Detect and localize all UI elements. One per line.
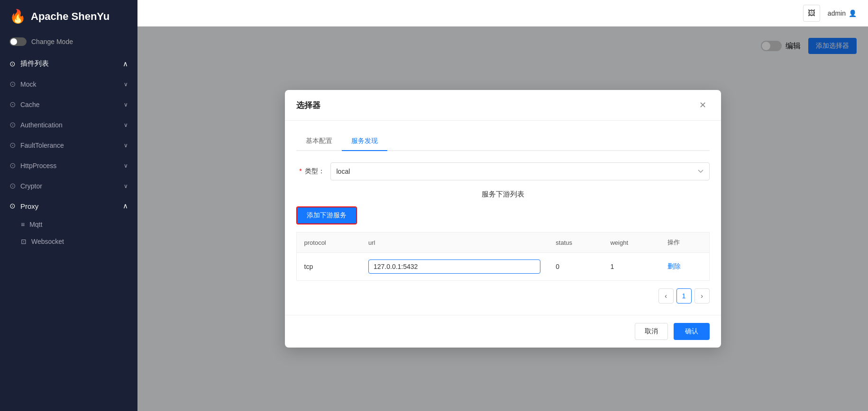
modal-tabs: 基本配置 服务发现	[296, 132, 710, 151]
mock-icon: ⊙	[9, 80, 16, 89]
downstream-table: protocol url status weight 操作 tcp	[296, 232, 710, 281]
sidebar-item-faulttolerance[interactable]: ⊙ FaultTolerance ∨	[0, 135, 137, 155]
plugin-list-section[interactable]: ⊙ 插件列表 ∧	[0, 54, 137, 74]
sidebar-item-proxy[interactable]: ⊙ Proxy ∧	[0, 196, 137, 216]
chevron-down-icon: ∨	[124, 142, 128, 149]
col-protocol: protocol	[296, 232, 361, 253]
change-mode-row[interactable]: Change Mode	[0, 33, 137, 54]
type-label: * 类型：	[296, 167, 325, 176]
mode-toggle[interactable]	[9, 37, 27, 46]
add-downstream-wrapper: 添加下游服务	[296, 206, 357, 224]
chevron-up-icon: ∧	[123, 60, 128, 68]
image-icon-btn[interactable]: 🖼	[803, 5, 820, 22]
required-star: *	[299, 167, 302, 175]
sidebar-item-authentication[interactable]: ⊙ Authentication ∨	[0, 115, 137, 135]
modal-header: 选择器 ✕	[285, 90, 721, 121]
chevron-down-icon: ∨	[124, 183, 128, 189]
add-downstream-button[interactable]: 添加下游服务	[297, 207, 356, 223]
user-menu[interactable]: admin 👤	[828, 9, 857, 17]
websocket-icon: ⊡	[21, 238, 27, 245]
url-input[interactable]	[368, 259, 540, 274]
type-form-row: * 类型： local nacos zookeeper etcd consul	[296, 162, 710, 180]
sidebar-item-label: Authentication	[20, 121, 63, 129]
modal-close-button[interactable]: ✕	[696, 98, 710, 112]
cell-url[interactable]	[361, 253, 548, 281]
chevron-down-icon: ∨	[124, 162, 128, 169]
sidebar-item-label: Cache	[20, 101, 39, 108]
col-weight: weight	[603, 232, 659, 253]
downstream-section-title: 服务下游列表	[296, 190, 710, 199]
type-label-text: 类型：	[305, 167, 325, 175]
sidebar-item-label: Cryptor	[20, 182, 42, 190]
cell-status: 0	[548, 253, 603, 281]
sidebar-item-label: HttpProcess	[20, 162, 56, 170]
cache-icon: ⊙	[9, 100, 16, 109]
sidebar-item-cryptor[interactable]: ⊙ Cryptor ∨	[0, 176, 137, 196]
sidebar: 🔥 Apache ShenYu Change Mode ⊙ 插件列表 ∧ ⊙ M…	[0, 0, 137, 411]
app-logo: 🔥 Apache ShenYu	[0, 0, 137, 33]
chevron-down-icon: ∨	[124, 101, 128, 108]
confirm-button[interactable]: 确认	[674, 323, 710, 340]
tab-discovery[interactable]: 服务发现	[342, 132, 387, 151]
modal-body: 基本配置 服务发现 * 类型： local nacos zookeeper et…	[285, 121, 721, 315]
plugin-list-label: 插件列表	[20, 59, 49, 68]
change-mode-label: Change Mode	[31, 38, 73, 45]
chevron-up-icon: ∧	[123, 202, 128, 210]
faulttolerance-icon: ⊙	[9, 141, 16, 150]
modal-footer: 取消 确认	[285, 315, 721, 348]
cell-weight: 1	[603, 253, 659, 281]
type-select[interactable]: local nacos zookeeper etcd consul	[330, 162, 710, 180]
sidebar-item-cache[interactable]: ⊙ Cache ∨	[0, 94, 137, 115]
cell-protocol: tcp	[296, 253, 361, 281]
mqtt-icon: ≡	[21, 221, 25, 228]
current-page[interactable]: 1	[676, 288, 692, 304]
topbar: 🖼 admin 👤	[137, 0, 868, 27]
cancel-button[interactable]: 取消	[635, 323, 668, 340]
cell-action[interactable]: 删除	[660, 253, 709, 281]
username-label: admin	[828, 9, 846, 17]
sidebar-item-label: Proxy	[20, 202, 38, 210]
selector-modal: 选择器 ✕ 基本配置 服务发现 * 类型： local na	[285, 90, 721, 348]
prev-page-button[interactable]: ‹	[658, 288, 674, 304]
sidebar-item-label: FaultTolerance	[20, 142, 64, 149]
logo-icon: 🔥	[9, 9, 26, 24]
sidebar-sub-item-label: Mqtt	[29, 221, 42, 228]
authentication-icon: ⊙	[9, 120, 16, 129]
delete-link[interactable]: 删除	[667, 262, 681, 270]
sidebar-sub-item-websocket[interactable]: ⊡ Websocket	[0, 233, 137, 250]
next-page-button[interactable]: ›	[694, 288, 710, 304]
cryptor-icon: ⊙	[9, 181, 16, 190]
chevron-down-icon: ∨	[124, 81, 128, 88]
table-row: tcp 0 1 删除	[296, 253, 709, 281]
sidebar-sub-item-mqtt[interactable]: ≡ Mqtt	[0, 216, 137, 233]
httpprocess-icon: ⊙	[9, 161, 16, 170]
pagination: ‹ 1 ›	[296, 288, 710, 304]
sidebar-sub-item-label: Websocket	[31, 238, 64, 245]
page-content: 编辑 添加选择器 选择器 ✕ 基本配置 服务发现 *	[137, 27, 868, 411]
sidebar-item-httpprocess[interactable]: ⊙ HttpProcess ∨	[0, 155, 137, 176]
main-area: 🖼 admin 👤 编辑 添加选择器 选择器 ✕ 基本配置	[137, 0, 868, 411]
user-icon: 👤	[849, 9, 857, 17]
col-url: url	[361, 232, 548, 253]
chevron-down-icon: ∨	[124, 122, 128, 128]
app-name: Apache ShenYu	[31, 10, 110, 23]
proxy-icon: ⊙	[9, 202, 16, 210]
clock-icon: ⊙	[9, 60, 16, 68]
col-action: 操作	[660, 232, 709, 253]
col-status: status	[548, 232, 603, 253]
sidebar-item-label: Mock	[20, 80, 36, 88]
tab-basic[interactable]: 基本配置	[296, 132, 342, 151]
sidebar-item-mock[interactable]: ⊙ Mock ∨	[0, 74, 137, 94]
modal-title: 选择器	[296, 100, 320, 111]
